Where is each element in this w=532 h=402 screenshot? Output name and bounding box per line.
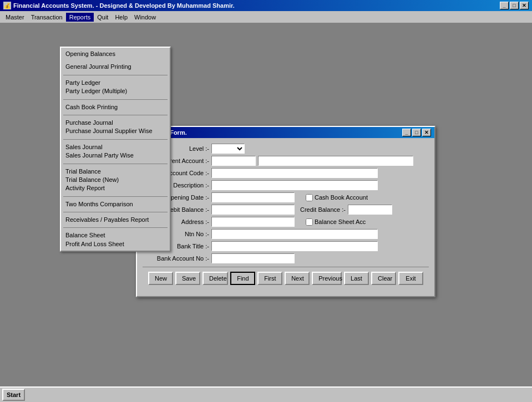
parent-account-row: Parent Account :- (143, 156, 429, 166)
address-input[interactable] (211, 217, 295, 227)
app-title: Financial Accounts System. - Designed & … (13, 2, 235, 9)
menu-opening-balances[interactable]: Opening Balances (61, 48, 170, 60)
form-minimize-button[interactable]: _ (402, 129, 411, 136)
balance-sheet-checkbox-row: Balance Sheet Acc (306, 218, 366, 226)
clear-button[interactable]: Clear (371, 272, 396, 285)
menu-two-months[interactable]: Two Months Comparison (61, 198, 170, 211)
menu-transaction[interactable]: Transaction (28, 13, 66, 22)
debit-balance-input[interactable] (211, 205, 295, 215)
close-button[interactable]: ✕ (520, 2, 529, 9)
menu-party-ledger[interactable]: Party Ledger (61, 77, 170, 87)
ntn-row: Ntn No :- (143, 229, 429, 239)
credit-balance-input[interactable] (348, 205, 392, 215)
menu-master[interactable]: Master (2, 13, 28, 22)
delete-button[interactable]: Delete (202, 272, 228, 285)
menu-sales-journal-party[interactable]: Sales Journal Party Wise (61, 151, 170, 162)
separator-7 (63, 212, 168, 212)
bank-account-row: Bank Account No :- (143, 253, 429, 263)
menu-purchase-journal[interactable]: Purchase Journal (61, 116, 170, 127)
last-button[interactable]: Last (344, 272, 369, 285)
menu-trial-balance[interactable]: Trial Balance (61, 165, 170, 176)
button-bar: New Save Delete Find First Next Previous… (143, 267, 429, 291)
save-button[interactable]: Save (175, 272, 200, 285)
form-close-button[interactable]: ✕ (422, 129, 431, 136)
form-title-buttons: _ □ ✕ (402, 129, 431, 136)
main-area: Opening Balances General Jounral Printin… (0, 23, 532, 402)
cash-book-checkbox-row: Cash Book Account (306, 194, 368, 201)
ntn-input[interactable] (211, 229, 378, 239)
start-label: Start (7, 391, 21, 398)
description-input[interactable] (211, 180, 378, 190)
description-row: Description :- (143, 180, 429, 190)
level-select[interactable] (211, 144, 245, 154)
menu-reports[interactable]: Reports (66, 13, 94, 22)
separator-6 (63, 196, 168, 197)
minimize-button[interactable]: _ (500, 2, 509, 9)
bank-account-input[interactable] (211, 253, 295, 263)
accounts-form-window: Accounts Form. _ □ ✕ Level :- Parent Acc… (136, 126, 435, 297)
account-code-input[interactable] (211, 168, 378, 178)
balance-sheet-label: Balance Sheet Acc (315, 218, 366, 225)
account-code-row: Account Code :- (143, 168, 429, 178)
title-bar: 💰 Financial Accounts System. - Designed … (0, 0, 532, 11)
balance-row: Debit Balance :- Credit Balance :- (143, 205, 429, 215)
menu-sales-journal[interactable]: Sales Journal (61, 141, 170, 151)
parent-account-input2[interactable] (258, 156, 413, 166)
menu-party-ledger-multiple[interactable]: Party Ledger (Multiple) (61, 87, 170, 98)
menu-quit[interactable]: Quit (94, 13, 112, 22)
menu-cash-book[interactable]: Cash Book Printing (61, 101, 170, 114)
bank-account-label: Bank Account No :- (143, 255, 209, 262)
menu-purchase-journal-supplier[interactable]: Purchase Journal Supplier Wise (61, 127, 170, 138)
form-body: Level :- Parent Account :- Account Code … (137, 138, 434, 296)
form-maximize-button[interactable]: □ (412, 129, 421, 136)
menu-receivables[interactable]: Receivables / Payables Report (61, 213, 170, 226)
previous-button[interactable]: Previous (312, 272, 342, 285)
first-button[interactable]: First (257, 272, 282, 285)
menu-balance-sheet[interactable]: Balance Sheet (61, 229, 170, 240)
cash-book-checkbox[interactable] (306, 194, 313, 201)
menu-bar: Master Transaction Reports Quit Help Win… (0, 11, 532, 23)
address-row: Address :- Balance Sheet Acc (143, 217, 429, 227)
balance-sheet-checkbox[interactable] (306, 218, 313, 226)
start-button[interactable]: Start (2, 389, 25, 401)
find-button[interactable]: Find (230, 272, 255, 285)
cash-book-label: Cash Book Account (315, 194, 368, 201)
separator-5 (63, 164, 168, 164)
bank-title-input[interactable] (211, 241, 378, 251)
credit-balance-label: Credit Balance :- (300, 206, 346, 213)
parent-account-input1[interactable] (211, 156, 256, 166)
taskbar: Start (0, 386, 532, 402)
exit-button[interactable]: Exit (398, 272, 423, 285)
next-button[interactable]: Next (285, 272, 310, 285)
separator-1 (63, 75, 168, 75)
menu-window[interactable]: Window (131, 13, 159, 22)
opening-date-input[interactable] (211, 192, 295, 202)
menu-help[interactable]: Help (112, 13, 131, 22)
opening-date-row: Opening Date :- Cash Book Account (143, 192, 429, 202)
menu-activity-report[interactable]: Activity Report (61, 184, 170, 195)
form-title-bar: Accounts Form. _ □ ✕ (137, 127, 434, 138)
separator-3 (63, 115, 168, 115)
reports-dropdown: Opening Balances General Jounral Printin… (60, 47, 171, 252)
maximize-button[interactable]: □ (510, 2, 519, 9)
separator-4 (63, 139, 168, 140)
app-icon: 💰 (3, 2, 11, 9)
separator-8 (63, 227, 168, 228)
level-row: Level :- (143, 144, 429, 154)
menu-profit-loss[interactable]: Profit And Loss Sheet (61, 240, 170, 251)
title-bar-buttons: _ □ ✕ (500, 2, 529, 9)
menu-general-journal[interactable]: General Jounral Printing (61, 60, 170, 73)
new-button[interactable]: New (148, 272, 173, 285)
separator-2 (63, 99, 168, 100)
bank-title-row: Bank Title :- (143, 241, 429, 251)
menu-trial-balance-new[interactable]: Trial Balance (New) (61, 176, 170, 184)
